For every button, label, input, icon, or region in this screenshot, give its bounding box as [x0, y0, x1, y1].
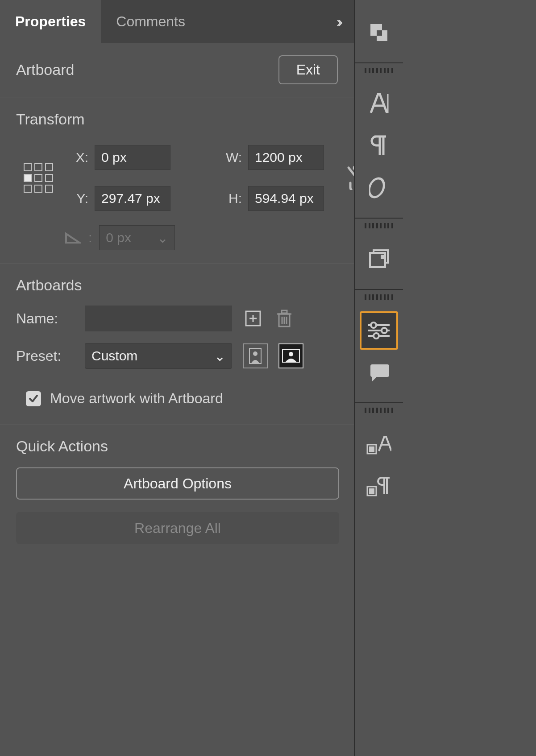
w-label: W:: [218, 150, 245, 165]
chevron-down-icon: ⌄: [214, 348, 225, 364]
character-a-icon: [368, 92, 390, 116]
quick-actions-title: Quick Actions: [16, 438, 338, 455]
x-label: X:: [64, 150, 91, 165]
panel-dock: [354, 0, 403, 756]
x-input[interactable]: 0 px: [95, 145, 170, 170]
angle-colon: :: [88, 230, 92, 245]
delete-artboard-button[interactable]: [274, 308, 295, 329]
properties-panel: Properties Comments ›› Artboard Exit Tra…: [0, 0, 354, 756]
new-artboard-button[interactable]: [243, 308, 263, 329]
tab-properties[interactable]: Properties: [0, 0, 101, 43]
h-input[interactable]: 594.94 px: [248, 186, 324, 211]
name-label: Name:: [16, 310, 74, 327]
preset-value: Custom: [91, 348, 137, 364]
orientation-portrait-button[interactable]: [243, 343, 268, 368]
svg-rect-9: [282, 310, 287, 313]
dock-paragraph-styles-button[interactable]: [360, 467, 398, 505]
orientation-landscape-button[interactable]: [278, 343, 303, 368]
artboard-name-input[interactable]: [85, 306, 232, 331]
move-artwork-checkbox[interactable]: [26, 391, 41, 406]
svg-point-24: [371, 322, 376, 328]
angle-icon: [64, 231, 81, 244]
move-artwork-label: Move artwork with Artboard: [50, 390, 223, 407]
y-input[interactable]: 297.47 px: [95, 186, 170, 211]
dock-artboards-button[interactable]: [360, 240, 398, 278]
dock-gripper[interactable]: [365, 68, 393, 73]
svg-rect-16: [377, 30, 382, 36]
panel-tabs: Properties Comments ››: [0, 0, 354, 43]
character-style-icon: [366, 433, 391, 454]
check-icon: [29, 394, 38, 404]
artboard-options-button[interactable]: Artboard Options: [16, 467, 339, 500]
w-input[interactable]: 1200 px: [248, 145, 324, 170]
italic-o-icon: [369, 177, 389, 199]
landscape-icon: [282, 349, 300, 363]
artboards-title: Artboards: [16, 277, 338, 294]
svg-point-13: [289, 352, 293, 356]
tab-spacer: [200, 0, 322, 43]
artboard-title: Artboard: [16, 61, 74, 78]
collapse-panel-button[interactable]: ››: [322, 0, 354, 43]
reference-point-widget[interactable]: [16, 163, 61, 193]
shape-combine-icon: [369, 22, 389, 43]
transform-title: Transform: [16, 111, 338, 128]
plus-icon: [244, 310, 262, 327]
svg-rect-30: [369, 488, 374, 494]
section-quick-actions: Quick Actions Artboard Options Rearrange…: [0, 425, 354, 558]
svg-point-26: [374, 333, 379, 339]
svg-rect-28: [369, 446, 374, 452]
pilcrow-icon: [370, 135, 388, 157]
section-artboard-header: Artboard Exit: [0, 43, 354, 98]
rotation-input: 0 px ⌄: [99, 225, 175, 250]
dock-properties-button[interactable]: [360, 311, 398, 350]
svg-rect-20: [381, 255, 384, 259]
y-label: Y:: [64, 191, 91, 206]
svg-point-25: [382, 328, 387, 333]
chevron-down-icon: ⌄: [157, 230, 168, 246]
paragraph-style-icon: [366, 475, 391, 496]
preset-select[interactable]: Custom ⌄: [85, 343, 232, 369]
dock-gripper[interactable]: [365, 408, 393, 413]
h-label: H:: [218, 191, 245, 206]
dock-opentype-button[interactable]: [360, 169, 398, 207]
exit-button[interactable]: Exit: [278, 55, 338, 84]
preset-label: Preset:: [16, 348, 74, 364]
tab-comments[interactable]: Comments: [101, 0, 200, 43]
dock-paragraph-button[interactable]: [360, 127, 398, 165]
sliders-icon: [366, 321, 391, 340]
artboards-icon: [368, 249, 390, 269]
dock-gripper[interactable]: [365, 223, 393, 228]
dock-character-styles-button[interactable]: [360, 425, 398, 463]
portrait-icon: [249, 348, 262, 364]
section-artboards: Artboards Name:: [0, 264, 354, 425]
rotation-row: : 0 px ⌄: [16, 225, 338, 250]
section-transform: Transform X: 0 px W: 1200 px: [0, 98, 354, 264]
rotation-value: 0 px: [106, 230, 131, 245]
rearrange-all-button: Rearrange All: [16, 512, 339, 544]
svg-point-18: [369, 178, 386, 197]
dock-pathfinder-button[interactable]: [360, 13, 398, 52]
dock-gripper[interactable]: [365, 294, 393, 300]
dock-comments-button[interactable]: [360, 353, 398, 392]
chevrons-right-icon: ››: [337, 13, 340, 30]
trash-icon: [275, 309, 293, 328]
speech-bubble-icon: [368, 363, 390, 382]
dock-character-button[interactable]: [360, 85, 398, 123]
svg-point-11: [253, 351, 258, 356]
